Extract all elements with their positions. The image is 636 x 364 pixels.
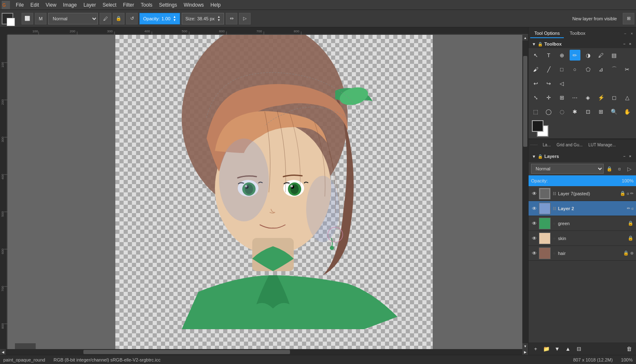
hscroll-right[interactable]: ▶ xyxy=(522,349,528,355)
tool-path[interactable]: ⌒ xyxy=(609,64,619,75)
layer-eye-icon[interactable]: 👁 xyxy=(531,190,538,197)
layers-expand-icon[interactable]: ▼ xyxy=(532,154,536,159)
tool-transform[interactable]: ⊡ xyxy=(582,106,593,117)
menu-help[interactable]: Help xyxy=(207,1,224,9)
duplicate-layer-btn[interactable]: ⊟ xyxy=(574,344,583,353)
tool-mode-replace[interactable]: ⬜ xyxy=(22,13,33,24)
foreground-color-swatch[interactable] xyxy=(532,120,543,132)
vertical-scrollbar[interactable]: ▲ ▼ xyxy=(522,35,528,349)
layer-extra-icon[interactable]: ⊕ xyxy=(630,251,634,255)
lut-manager-tab-btn[interactable]: LUT Manage... xyxy=(586,142,618,148)
layers-tab-btn[interactable]: La... xyxy=(540,142,553,148)
canvas-viewport[interactable] xyxy=(7,35,522,349)
layer-eye-icon[interactable]: 👁 xyxy=(531,220,538,227)
new-layer-visible-btn[interactable]: New layer from visible xyxy=(570,15,619,22)
menu-edit[interactable]: Edit xyxy=(27,1,42,9)
tool-pencil[interactable]: ✏ xyxy=(570,50,580,61)
layer-mode-select[interactable]: Normal xyxy=(531,164,604,174)
tool-clone[interactable]: ◻ xyxy=(609,92,619,103)
tab-tool-options[interactable]: Tool Options xyxy=(530,29,564,38)
layer-row[interactable]: 👁 ⛓ Layer 2 ✏ α xyxy=(529,201,636,216)
layer-opacity-bar[interactable]: Opacity: 100% xyxy=(529,175,636,186)
tool-blur[interactable]: ◑ xyxy=(582,50,593,61)
toolbox-expand-icon[interactable]: ▼ xyxy=(532,42,536,46)
tool-mode-multiply[interactable]: M xyxy=(35,13,46,24)
foreground-color[interactable] xyxy=(2,13,13,24)
layer-chain-icon[interactable]: ○ xyxy=(552,251,557,256)
layer-row[interactable]: 👁 ○ skin 🔒 xyxy=(529,231,636,246)
layer-eye-icon[interactable]: 👁 xyxy=(531,250,538,257)
layer-lock-btn[interactable]: 🔒 xyxy=(605,165,614,173)
layer-row[interactable]: 👁 ⛓ Layer 7(pasted) 🔒 α ✏ xyxy=(529,186,636,201)
layer-chain-icon[interactable]: ○ xyxy=(552,236,557,241)
layer-eye-icon[interactable]: 👁 xyxy=(531,205,538,212)
layer-chain-icon[interactable]: ○ xyxy=(552,221,557,226)
panel-toggle-btn[interactable]: ⊞ xyxy=(623,13,634,24)
layer-row[interactable]: 👁 ○ hair 🔒 ⊕ xyxy=(529,246,636,261)
size-spinner[interactable]: ▲ ▼ xyxy=(217,15,220,22)
layer-down-btn[interactable]: ▲ xyxy=(563,344,573,353)
layers-close[interactable]: × xyxy=(628,154,633,159)
tool-pointer[interactable]: ↖ xyxy=(530,50,541,61)
paint-mode-select[interactable]: Normal Dissolve Multiply Screen xyxy=(48,13,98,24)
toolbox-minimize[interactable]: − xyxy=(622,41,627,46)
menu-tools[interactable]: Tools xyxy=(137,1,156,9)
grid-guides-tab-btn[interactable]: Grid and Gu... xyxy=(554,142,585,148)
paint-refresh-btn[interactable]: ↺ xyxy=(126,13,138,24)
tool-rect-select2[interactable]: ⬚ xyxy=(530,106,541,117)
layer-edit-icon[interactable]: ✏ xyxy=(627,206,630,211)
layers-minimize[interactable]: − xyxy=(622,154,627,159)
horizontal-scrollbar[interactable]: ◀ ▶ xyxy=(0,349,528,355)
menu-image[interactable]: Image xyxy=(60,1,80,9)
delete-layer-btn[interactable]: 🗑 xyxy=(624,344,634,353)
tool-move[interactable]: ✛ xyxy=(543,92,554,103)
tool-pan[interactable]: ✋ xyxy=(622,106,633,117)
canvas-illustration[interactable] xyxy=(115,35,433,349)
add-layer-group-btn[interactable]: 📁 xyxy=(542,344,551,353)
tool-scissors[interactable]: ✂ xyxy=(622,64,633,75)
tab-toolbox[interactable]: Toolbox xyxy=(565,29,590,38)
layer-chain-icon[interactable]: ⛓ xyxy=(552,206,557,211)
layer-chain-icon[interactable]: ⛓ xyxy=(552,191,557,196)
layer-eye-icon[interactable]: 👁 xyxy=(531,235,538,242)
tool-warp[interactable]: ↪ xyxy=(543,78,554,89)
tool-heal[interactable]: ⚡ xyxy=(596,92,607,103)
tool-perspective[interactable]: ⊞ xyxy=(596,106,607,117)
hscroll-left[interactable]: ◀ xyxy=(0,349,6,355)
vscroll-down[interactable]: ▼ xyxy=(522,343,528,349)
tool-zoom[interactable]: 🔍 xyxy=(609,106,619,117)
menu-settings[interactable]: Settings xyxy=(156,1,180,9)
tool-scale[interactable]: ⤡ xyxy=(530,92,541,103)
tool-rect-select[interactable]: □ xyxy=(556,64,567,75)
tool-ellipse2[interactable]: ◯ xyxy=(543,106,554,117)
opacity-control[interactable]: Opacity: 1.00 ▲ ▼ xyxy=(139,13,180,24)
layer-alpha-lock-btn[interactable]: α xyxy=(615,165,624,173)
paint-dynamics-btn[interactable]: 🖊 xyxy=(100,13,111,24)
tool-eraser[interactable]: △ xyxy=(622,92,633,103)
layers-lock-icon[interactable]: 🔒 xyxy=(538,154,543,159)
hscroll-thumb[interactable] xyxy=(83,350,290,354)
tool-fuzzy2[interactable]: ✱ xyxy=(570,106,580,117)
tool-hatch[interactable]: ▤ xyxy=(609,50,619,61)
tool-line[interactable]: ╱ xyxy=(543,64,554,75)
tool-text[interactable]: T xyxy=(543,50,554,61)
layer-edit-icon[interactable]: ✏ xyxy=(630,191,634,196)
menu-filter[interactable]: Filter xyxy=(120,1,138,9)
layer-row[interactable]: 👁 ○ green 🔒 xyxy=(529,216,636,231)
toolbox-close[interactable]: × xyxy=(628,41,633,46)
menu-file[interactable]: File xyxy=(12,1,27,9)
tool-align[interactable]: ⊞ xyxy=(556,92,567,103)
tool-cage[interactable]: ⋯ xyxy=(570,92,580,103)
panel-close[interactable]: × xyxy=(629,31,634,36)
menu-view[interactable]: View xyxy=(42,1,60,9)
tool-ellipse-select[interactable]: ○ xyxy=(570,64,580,75)
size-control[interactable]: Size: 38.45 px ▲ ▼ xyxy=(182,13,224,24)
layer-up-btn[interactable]: ▼ xyxy=(553,344,562,353)
add-layer-btn[interactable]: + xyxy=(531,344,540,353)
tool-ink[interactable]: 🖊 xyxy=(596,50,607,61)
tool-free2[interactable]: ◌ xyxy=(556,106,567,117)
tool-select-by-color[interactable]: ⊕ xyxy=(556,50,567,61)
menu-select[interactable]: Select xyxy=(99,1,119,9)
toolbox-lock-icon[interactable]: 🔒 xyxy=(538,42,543,46)
menu-windows[interactable]: Windows xyxy=(180,1,207,9)
